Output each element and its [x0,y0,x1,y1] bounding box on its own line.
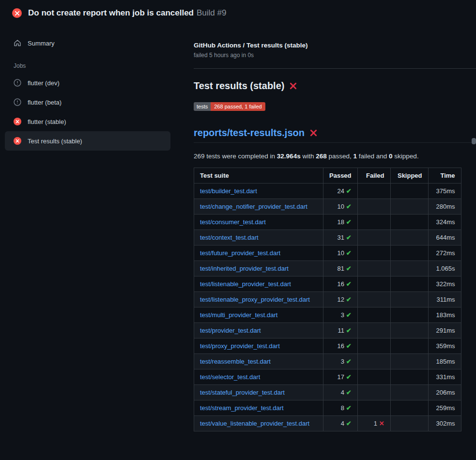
x-circle-icon [14,137,21,145]
test-suite-link[interactable]: test/context_test.dart [200,234,259,241]
suite-cell: test/value_listenable_provider_test.dart [194,416,323,431]
time-cell: 183ms [428,307,461,323]
passed-cell: 16 ✔ [323,338,358,354]
failed-cell [357,385,390,400]
results-table-body: test/builder_test.dart24 ✔375mstest/chan… [194,184,461,431]
check-icon: ✔ [346,342,352,350]
check-icon: ✔ [346,234,352,241]
table-row: test/multi_provider_test.dart3 ✔183ms [194,307,461,323]
passed-cell: 24 ✔ [323,184,358,199]
sidebar-item-summary[interactable]: Summary [5,33,170,53]
passed-cell: 31 ✔ [323,230,358,245]
failed-cell [357,215,390,230]
test-suite-link[interactable]: test/stream_provider_test.dart [200,404,284,412]
suite-cell: test/selector_test.dart [194,369,323,385]
table-row: test/stateful_provider_test.dart4 ✔206ms [194,385,461,400]
table-row: test/provider_test.dart11 ✔291ms [194,323,461,338]
check-title: Test results (stable) [194,80,476,92]
check-icon: ✔ [346,311,352,319]
suite-cell: test/provider_test.dart [194,323,323,338]
table-row: test/consumer_test.dart18 ✔324ms [194,215,461,230]
time-cell: 1.065s [428,261,461,276]
time-cell: 259ms [428,400,461,416]
time-cell: 280ms [428,199,461,215]
skipped-cell [390,276,428,292]
check-icon: ✔ [346,249,352,257]
sidebar-item-flutter-stable[interactable]: flutter (stable) [5,112,170,131]
check-icon: ✔ [346,404,352,412]
suite-cell: test/change_notifier_provider_test.dart [194,199,323,215]
test-suite-link[interactable]: test/stateful_provider_test.dart [200,389,285,396]
test-suite-link[interactable]: test/consumer_test.dart [200,218,266,226]
check-title-text: Test results (stable) [194,80,284,92]
badge-label: tests [194,102,211,111]
test-suite-link[interactable]: test/change_notifier_provider_test.dart [200,203,307,210]
suite-cell: test/listenable_provider_test.dart [194,276,323,292]
table-row: test/stream_provider_test.dart8 ✔259ms [194,400,461,416]
test-suite-link[interactable]: test/multi_provider_test.dart [200,311,277,319]
check-run-panel: GitHub Actions / Test results (stable) f… [184,25,476,431]
passed-cell: 4 ✔ [323,385,358,400]
failed-x-icon [289,82,297,90]
test-suite-link[interactable]: test/listenable_proxy_provider_test.dart [200,296,310,303]
test-suite-link[interactable]: test/selector_test.dart [200,373,260,381]
jobs-heading: Jobs [14,62,184,69]
skipped-cell [390,199,428,215]
skipped-cell [390,230,428,245]
failed-cell [357,354,390,369]
passed-cell: 16 ✔ [323,276,358,292]
skipped-cell [390,245,428,261]
tests-badge: tests 268 passed, 1 failed [194,102,265,111]
failed-cell: 1 ✕ [357,416,390,431]
time-cell: 302ms [428,416,461,431]
test-suite-link[interactable]: test/proxy_provider_test.dart [200,342,280,350]
failed-cell [357,323,390,338]
time-cell: 272ms [428,245,461,261]
table-row: test/builder_test.dart24 ✔375ms [194,184,461,199]
skipped-cell [390,261,428,276]
table-row: test/change_notifier_provider_test.dart1… [194,199,461,215]
failed-cell [357,292,390,307]
table-row: test/inherited_provider_test.dart81 ✔1.0… [194,261,461,276]
test-results-table: Test suite Passed Failed Skipped Time te… [194,168,461,431]
skipped-cell [390,385,428,400]
time-cell: 375ms [428,184,461,199]
skipped-cell [390,400,428,416]
passed-cell: 17 ✔ [323,369,358,385]
failed-x-icon [309,129,318,137]
time-cell: 206ms [428,385,461,400]
skipped-cell [390,323,428,338]
suite-cell: test/multi_provider_test.dart [194,307,323,323]
test-suite-link[interactable]: test/builder_test.dart [200,187,257,195]
table-row: test/listenable_provider_test.dart16 ✔32… [194,276,461,292]
test-suite-link[interactable]: test/listenable_provider_test.dart [200,280,291,288]
passed-cell: 10 ✔ [323,199,358,215]
table-row: test/value_listenable_provider_test.dart… [194,416,461,431]
sidebar: Summary Jobs flutter (dev) flutter (beta… [0,25,184,151]
sidebar-item-flutter-dev[interactable]: flutter (dev) [5,73,170,92]
failed-circle-icon [12,8,22,18]
sidebar-job-label: flutter (dev) [28,79,60,87]
test-suite-link[interactable]: test/future_provider_test.dart [200,249,280,257]
scrollbar-thumb[interactable] [472,138,476,144]
test-suite-link[interactable]: test/reassemble_test.dart [200,358,271,365]
report-file-link[interactable]: reports/test-results.json [194,127,305,138]
test-suite-link[interactable]: test/value_listenable_provider_test.dart [200,420,309,427]
time-cell: 322ms [428,276,461,292]
sidebar-item-flutter-beta[interactable]: flutter (beta) [5,92,170,112]
sidebar-item-test-results-stable[interactable]: Test results (stable) [5,131,170,151]
skipped-cell [390,292,428,307]
suite-cell: test/inherited_provider_test.dart [194,261,323,276]
badge-value: 268 passed, 1 failed [211,102,265,111]
table-header-row: Test suite Passed Failed Skipped Time [194,168,461,184]
test-suite-link[interactable]: test/inherited_provider_test.dart [200,265,289,272]
test-suite-link[interactable]: test/provider_test.dart [200,327,261,334]
build-number: Build #9 [197,8,226,17]
suite-cell: test/stream_provider_test.dart [194,400,323,416]
suite-cell: test/stateful_provider_test.dart [194,385,323,400]
check-icon: ✔ [346,265,352,272]
suite-cell: test/consumer_test.dart [194,215,323,230]
check-icon: ✔ [346,218,352,226]
passed-cell: 4 ✔ [323,416,358,431]
time-cell: 311ms [428,292,461,307]
